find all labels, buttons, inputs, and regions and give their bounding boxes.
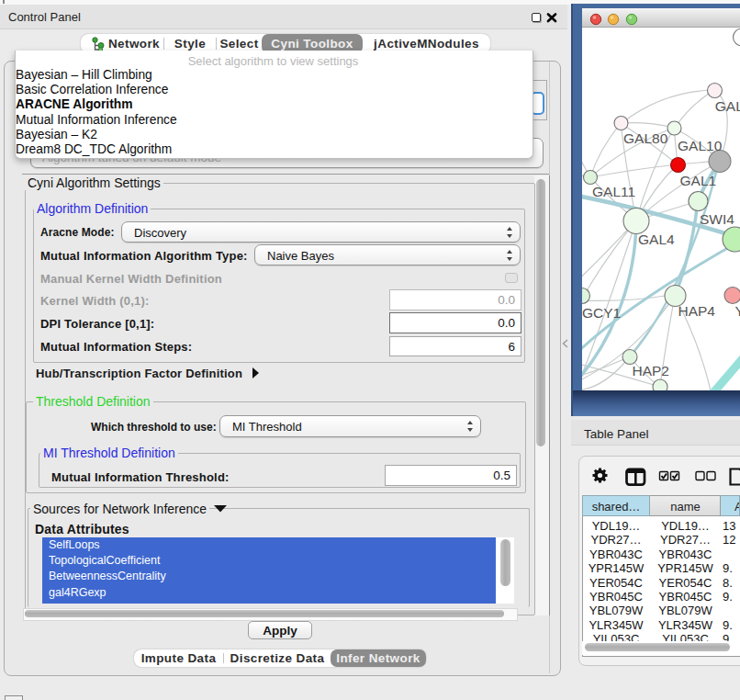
svg-text:Y: Y — [735, 303, 740, 319]
svg-text:HAP2: HAP2 — [633, 363, 670, 378]
svg-text:GAL7: GAL7 — [715, 98, 740, 114]
svg-text:SWI4: SWI4 — [700, 211, 734, 227]
svg-text:GCY1: GCY1 — [582, 305, 621, 321]
svg-text:GAL80: GAL80 — [623, 130, 668, 146]
svg-text:HAP4: HAP4 — [678, 303, 716, 319]
svg-text:GAL11: GAL11 — [592, 184, 635, 199]
svg-text:GAL4: GAL4 — [638, 231, 675, 247]
svg-text:GAL10: GAL10 — [678, 138, 723, 153]
svg-text:GAL1: GAL1 — [680, 173, 717, 188]
